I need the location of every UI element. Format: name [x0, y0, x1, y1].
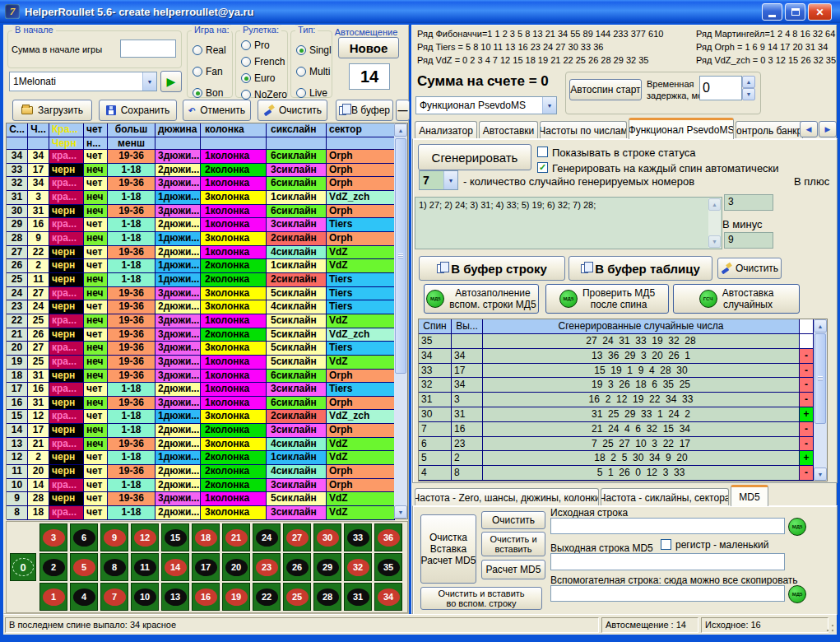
history-row[interactable]: 1716кра...чет1-182дюжи...1колонка3сиклай…: [7, 383, 395, 397]
play-button[interactable]: ▶: [160, 71, 182, 92]
history-header-cell[interactable]: чет: [84, 123, 108, 137]
history-header-cell[interactable]: сектор: [327, 123, 395, 137]
history-scrollbar[interactable]: ▲ ▼: [394, 123, 407, 519]
history-row[interactable]: 3317черннеч1-182дюжи...2колонка3сиклайнO…: [7, 164, 395, 178]
radio-singl[interactable]: Singl: [296, 44, 332, 56]
source-string-input[interactable]: [550, 518, 785, 534]
board-cell-18[interactable]: 18: [192, 523, 220, 551]
chevron-down-icon[interactable]: ▼: [443, 171, 457, 189]
board-cell-5[interactable]: 5: [70, 553, 98, 581]
md5-clear-paste-button[interactable]: Очистить и вставить: [481, 532, 545, 556]
spin-row[interactable]: 323419 3 26 18 6 35 25-: [419, 378, 814, 393]
copy-buffer-button[interactable]: В буфер: [336, 100, 393, 121]
spin-row[interactable]: 5218 2 5 30 34 9 20+: [419, 451, 814, 466]
history-header-cell[interactable]: менш: [108, 137, 155, 150]
md5-action-button-2[interactable]: МД5Проверить МД5после спина: [545, 284, 669, 314]
radio-multi[interactable]: Multi: [296, 66, 330, 77]
history-row[interactable]: 262чернчет1-181дюжи...2колонка1сиклайнVd…: [7, 259, 395, 273]
history-header-cell[interactable]: н...: [84, 137, 108, 150]
resize-grip[interactable]: [825, 623, 835, 633]
board-cell-2[interactable]: 2: [39, 553, 67, 581]
spin-row[interactable]: 3527 24 31 33 19 32 28: [419, 334, 814, 349]
history-row[interactable]: 1831черннеч19-363дюжи...1колонка6сиклайн…: [7, 370, 395, 384]
clear-button[interactable]: Очистить: [258, 100, 327, 121]
md5-icon[interactable]: МД5: [788, 518, 806, 536]
plus-value-field[interactable]: 3: [724, 194, 773, 211]
history-header-cell[interactable]: Ч...: [28, 123, 49, 137]
spinner-down-icon[interactable]: ▼: [742, 88, 755, 100]
tabs-scroll-right-button[interactable]: ▶: [819, 121, 837, 137]
copy-row-button[interactable]: В буфер строку: [419, 256, 565, 281]
scroll-down-icon[interactable]: ▼: [814, 468, 827, 481]
spin-row[interactable]: 343413 36 29 3 20 26 1-: [419, 349, 814, 364]
sequence-scrollbar[interactable]: ▲ ▼: [708, 198, 721, 248]
register-checkbox[interactable]: регистр - маленький: [661, 539, 768, 551]
board-cell-7[interactable]: 7: [100, 583, 128, 611]
new-button[interactable]: Новое: [338, 37, 399, 58]
clear-sequence-button[interactable]: Очистить: [717, 258, 782, 279]
sequence-textarea[interactable]: 1) 27; 2) 24; 3) 31; 4) 33; 5) 19; 6) 32…: [415, 197, 722, 249]
bottom-tab-3[interactable]: MD5: [731, 485, 768, 506]
history-header-cell[interactable]: С...: [7, 123, 28, 137]
maximize-button[interactable]: [785, 3, 805, 21]
out-string-input[interactable]: [550, 553, 785, 570]
spin-header-cell[interactable]: Спин: [419, 319, 452, 334]
history-row[interactable]: 1417черннеч1-182дюжи...2колонка3сиклайнO…: [7, 424, 395, 438]
scroll-down-icon[interactable]: ▼: [394, 505, 407, 519]
close-button[interactable]: ✕: [808, 3, 832, 21]
history-header-cell[interactable]: дюжина: [155, 123, 201, 137]
undo-button[interactable]: ↶ Отменить: [183, 100, 251, 121]
md5-master-button[interactable]: Очистка Вставка Расчет MD5: [420, 514, 476, 584]
tab-5[interactable]: Контроль банкро: [736, 121, 803, 139]
history-header-cell[interactable]: [28, 137, 49, 150]
history-row[interactable]: 1512кра...чет1-181дюжи...3колонка2сиклай…: [7, 410, 395, 424]
spin-header-cell[interactable]: Вы...: [452, 319, 483, 334]
history-row[interactable]: 3031черннеч19-363дюжи...1колонка6сиклайн…: [7, 205, 395, 219]
history-row[interactable]: 2916кра...чет1-182дюжи...1колонка3сиклай…: [7, 218, 395, 232]
radio-live[interactable]: Live: [296, 87, 327, 99]
history-header-cell[interactable]: колонка: [201, 123, 267, 137]
spin-row[interactable]: 331715 19 1 9 4 28 30-: [419, 364, 814, 379]
history-scrollbar-thumb[interactable]: [395, 138, 406, 374]
board-cell-23[interactable]: 23: [253, 553, 281, 581]
board-cell-36[interactable]: 36: [374, 523, 402, 551]
history-row[interactable]: 2324чернчет19-362дюжи...3колонка4сиклайн…: [7, 300, 395, 314]
spin-row[interactable]: 6237 25 27 10 3 22 17-: [419, 437, 814, 452]
board-cell-17[interactable]: 17: [192, 553, 220, 581]
history-row[interactable]: 2126чернчет19-363дюжи...2колонка5сиклайн…: [7, 328, 395, 342]
board-cell-34[interactable]: 34: [374, 583, 402, 611]
history-header-cell[interactable]: Черн: [49, 137, 84, 150]
board-cell-9[interactable]: 9: [100, 523, 128, 551]
helper-string-input[interactable]: [550, 585, 785, 602]
history-row[interactable]: 3434кра...чет19-363дюжи...1колонка6сикла…: [7, 150, 395, 164]
md5-icon[interactable]: МД5: [788, 585, 806, 603]
board-cell-30[interactable]: 30: [313, 523, 341, 551]
history-header-cell[interactable]: [155, 137, 201, 150]
radio-french[interactable]: French: [241, 56, 285, 67]
board-cell-16[interactable]: 16: [192, 583, 220, 611]
history-row[interactable]: 2427кра...неч19-363дюжи...3колонка5сикла…: [7, 287, 395, 301]
md5-action-button-3[interactable]: ГСЧАвтоставкаслучайных: [673, 284, 800, 314]
tabs-scroll-left-button[interactable]: ◀: [800, 121, 818, 137]
radio-euro[interactable]: Euro: [241, 72, 275, 84]
board-cell-27[interactable]: 27: [283, 523, 311, 551]
history-row[interactable]: 1631черннеч19-363дюжи...1колонка6сиклайн…: [7, 397, 395, 411]
board-cell-11[interactable]: 11: [131, 553, 159, 581]
board-cell-28[interactable]: 28: [313, 583, 341, 611]
board-cell-22[interactable]: 22: [253, 583, 281, 611]
start-sum-input[interactable]: [120, 40, 176, 58]
chevron-down-icon[interactable]: ▼: [542, 97, 556, 114]
md5-calc-button[interactable]: Расчет MD5: [481, 560, 545, 579]
spinner-up-icon[interactable]: ▲: [742, 76, 755, 88]
history-header-cell[interactable]: [267, 137, 327, 150]
history-row[interactable]: 3234кра...чет19-363дюжи...1колонка6сикла…: [7, 177, 395, 191]
count-combo[interactable]: 7 ▼: [419, 170, 458, 190]
spin-row[interactable]: 303131 25 29 33 1 24 2+: [419, 407, 814, 422]
spin-row[interactable]: 31316 2 12 19 22 34 33-: [419, 393, 814, 407]
delay-input[interactable]: 0: [699, 76, 742, 100]
scroll-up-icon[interactable]: ▲: [814, 319, 827, 333]
radio-fan[interactable]: Fan: [193, 66, 223, 77]
save-button[interactable]: Сохранить: [99, 100, 177, 121]
board-cell-10[interactable]: 10: [131, 583, 159, 611]
board-cell-21[interactable]: 21: [222, 523, 250, 551]
